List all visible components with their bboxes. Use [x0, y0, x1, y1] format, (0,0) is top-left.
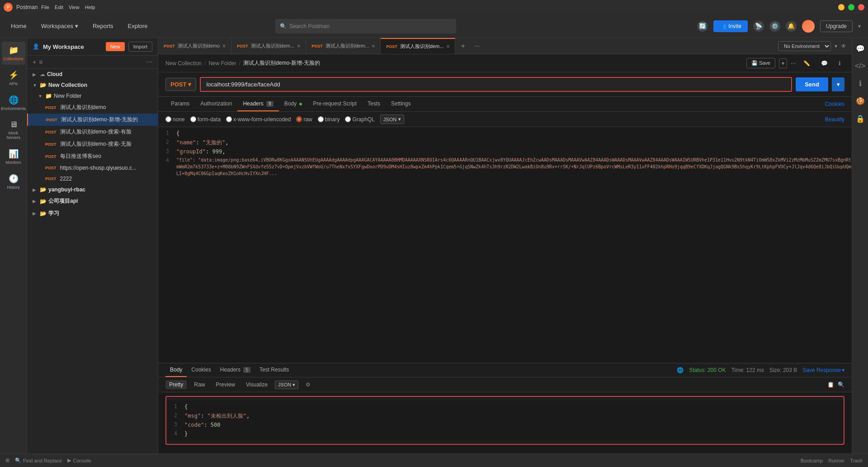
- tree-item-cloud[interactable]: ▶ ☁ Cloud: [27, 69, 158, 80]
- trash-button[interactable]: Trash: [850, 458, 863, 463]
- urlencoded-radio[interactable]: x-www-form-urlencoded: [226, 116, 291, 123]
- binary-radio[interactable]: binary: [318, 116, 340, 123]
- raw-radio[interactable]: raw: [296, 116, 312, 123]
- add-tab-button[interactable]: +: [455, 38, 470, 54]
- invite-button[interactable]: 👥 Invite: [713, 20, 748, 32]
- response-format-selector[interactable]: JSON ▾: [275, 381, 298, 389]
- tab-settings[interactable]: Settings: [386, 97, 416, 111]
- resp-tab-pretty[interactable]: Pretty: [165, 380, 187, 389]
- filter-icon[interactable]: ≡: [39, 58, 42, 66]
- tree-item-yangbuyi[interactable]: ▶ 📂 yangbuyi-rbac: [27, 184, 158, 195]
- tab-close-icon[interactable]: ×: [446, 43, 449, 50]
- layout-icon[interactable]: ⊞: [5, 457, 9, 463]
- tree-item-request-1[interactable]: POST 测试人脸识别demo: [27, 101, 158, 114]
- notification-icon[interactable]: 🔔: [786, 21, 797, 32]
- more-options-icon[interactable]: ⋯: [146, 58, 152, 66]
- url-input[interactable]: [200, 77, 792, 92]
- code-icon[interactable]: </>: [852, 59, 868, 73]
- response-tab-test-results[interactable]: Test Results: [255, 363, 293, 377]
- satellite-icon[interactable]: 📡: [753, 21, 764, 32]
- search-icon[interactable]: 🔍: [838, 381, 844, 388]
- new-button[interactable]: New: [106, 42, 125, 51]
- edit-icon[interactable]: ✏️: [800, 58, 814, 68]
- menu-edit[interactable]: Edit: [55, 5, 63, 10]
- tree-item-request-4[interactable]: POST 测试人脸识别demo-搜索-无脸: [27, 138, 158, 150]
- tree-item-request-6[interactable]: POST https://open-shusp.qiyuesuo.c...: [27, 162, 158, 173]
- info-circle-icon[interactable]: ℹ: [856, 76, 864, 91]
- import-button[interactable]: Import: [128, 42, 152, 52]
- comment-icon[interactable]: 💬: [853, 42, 868, 56]
- graphql-radio[interactable]: GraphQL: [345, 116, 374, 123]
- format-selector[interactable]: JSON ▾: [380, 114, 404, 124]
- tree-item-company-api[interactable]: ▶ 📂 公司项目api: [27, 195, 158, 207]
- response-tab-headers[interactable]: Headers 5: [216, 363, 255, 377]
- tree-item-new-collection[interactable]: ▼ 📂 New Collection: [27, 80, 158, 91]
- resp-tab-visualize[interactable]: Visualize: [242, 380, 271, 389]
- tab-close-icon[interactable]: ×: [372, 43, 375, 49]
- request-body-editor[interactable]: 1 { 2 "name": "无脸的", 3 "groupId": 999, 4…: [158, 127, 852, 363]
- tab-3[interactable]: POST 测试人脸识别dem... ×: [306, 38, 381, 54]
- cookie-icon[interactable]: 🍪: [853, 94, 868, 108]
- tree-item-request-5[interactable]: POST 每日推送博客seo: [27, 150, 158, 162]
- sidebar-item-environments[interactable]: 🌐 Environments: [2, 91, 25, 114]
- tab-tests[interactable]: Tests: [362, 97, 386, 111]
- sidebar-item-apis[interactable]: ⚡ APIs: [2, 67, 25, 90]
- tab-body[interactable]: Body: [279, 97, 308, 111]
- more-tabs-button[interactable]: ⋯: [471, 38, 483, 54]
- breadcrumb-collection[interactable]: New Collection: [165, 60, 202, 67]
- sidebar-item-collections[interactable]: 📁 Collections: [2, 42, 25, 65]
- tree-item-request-2[interactable]: POST 测试人脸识别demo-新增-无脸的: [27, 114, 158, 126]
- form-data-radio[interactable]: form-data: [190, 116, 221, 123]
- info-icon[interactable]: ℹ: [835, 58, 844, 68]
- avatar[interactable]: [802, 20, 815, 33]
- close-button[interactable]: [858, 4, 864, 10]
- cookies-link[interactable]: Cookies: [825, 101, 844, 107]
- add-icon[interactable]: +: [33, 58, 36, 66]
- tab-params[interactable]: Params: [165, 97, 195, 111]
- nav-explore[interactable]: Explore: [124, 20, 151, 32]
- find-replace-button[interactable]: 🔍 Find and Replace: [15, 457, 62, 463]
- tree-item-study[interactable]: ▶ 📂 学习: [27, 207, 158, 219]
- resp-tab-preview[interactable]: Preview: [212, 380, 239, 389]
- runner-button[interactable]: Runner: [828, 458, 844, 463]
- tree-item-new-folder[interactable]: ▼ 📁 New Folder: [27, 91, 158, 101]
- resp-tab-raw[interactable]: Raw: [190, 380, 208, 389]
- nav-workspaces[interactable]: Workspaces ▾: [38, 20, 82, 32]
- sidebar-item-mock-servers[interactable]: 🖥 Mock Servers: [2, 116, 25, 143]
- save-response-button[interactable]: Save Response ▾: [802, 367, 844, 373]
- eye-icon[interactable]: 👁: [841, 43, 846, 49]
- method-selector[interactable]: POST ▾: [165, 78, 196, 91]
- tab-1[interactable]: POST 测试人脸识别demo ×: [158, 38, 231, 54]
- response-tab-cookies[interactable]: Cookies: [187, 363, 215, 377]
- console-button[interactable]: ▶ Console: [67, 457, 91, 463]
- tab-2[interactable]: POST 测试人脸识别dem... ×: [231, 38, 306, 54]
- sidebar-item-history[interactable]: 🕐 History: [2, 170, 25, 193]
- breadcrumb-folder[interactable]: New Folder: [208, 60, 236, 67]
- copy-icon[interactable]: 📋: [827, 381, 834, 388]
- maximize-button[interactable]: [848, 4, 854, 10]
- upgrade-button[interactable]: Upgrade: [820, 20, 853, 32]
- tab-authorization[interactable]: Authorization: [195, 97, 237, 111]
- send-dropdown-button[interactable]: ▾: [832, 77, 844, 91]
- sidebar-item-monitors[interactable]: 📊 Monitors: [2, 145, 25, 168]
- send-button[interactable]: Send: [796, 77, 828, 91]
- tree-item-request-7[interactable]: POST 2222: [27, 173, 158, 184]
- beautify-button[interactable]: Beautify: [825, 116, 844, 123]
- tab-pre-request[interactable]: Pre-request Script: [307, 97, 362, 111]
- tab-close-icon[interactable]: ×: [297, 43, 300, 49]
- none-radio[interactable]: none: [165, 116, 185, 123]
- tree-item-request-3[interactable]: POST 测试人脸识别demo-搜索-有脸: [27, 126, 158, 138]
- lock-icon[interactable]: 🔒: [853, 112, 868, 126]
- tab-close-icon[interactable]: ×: [222, 43, 226, 49]
- menu-file[interactable]: File: [41, 5, 49, 10]
- menu-view[interactable]: View: [69, 5, 80, 10]
- tab-4[interactable]: POST 测试人脸识别dem... ×: [381, 38, 455, 54]
- settings-icon[interactable]: ⚙️: [769, 21, 780, 32]
- chevron-down-icon-upgrade[interactable]: ▾: [858, 23, 861, 29]
- bootcamp-button[interactable]: Bootcamp: [801, 458, 823, 463]
- save-button[interactable]: 💾 Save: [746, 58, 775, 68]
- tab-headers[interactable]: Headers 9: [237, 97, 278, 111]
- filter-icon[interactable]: ⚙: [306, 381, 311, 388]
- save-dropdown-icon[interactable]: ▾: [779, 58, 787, 68]
- nav-home[interactable]: Home: [7, 20, 30, 32]
